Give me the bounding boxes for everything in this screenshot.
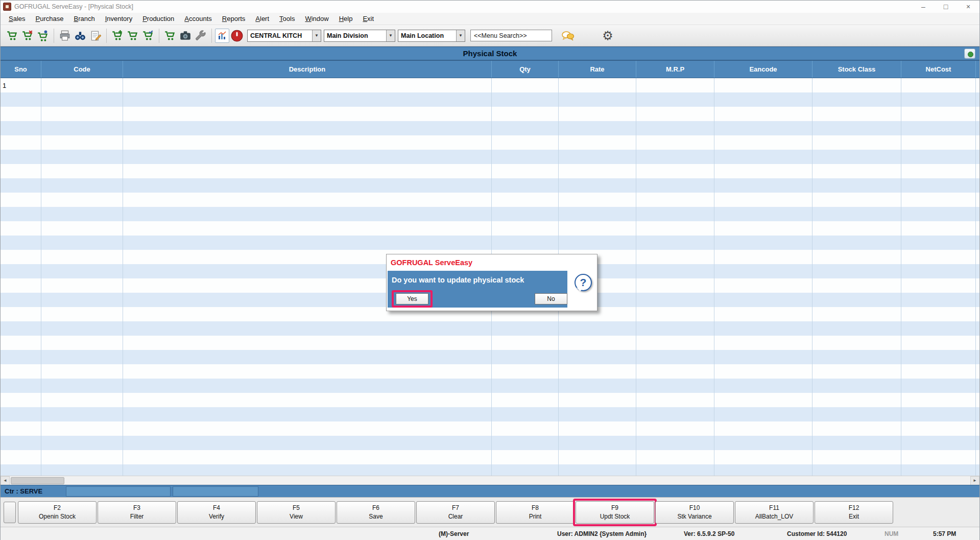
cell-stock-class[interactable] xyxy=(812,421,901,436)
cell-mrp[interactable] xyxy=(636,78,714,92)
cell-eancode[interactable] xyxy=(714,321,812,336)
cell-qty[interactable] xyxy=(492,321,559,336)
menu-production[interactable]: Production xyxy=(137,14,179,24)
cell-description[interactable] xyxy=(123,164,492,178)
fkey-f9-updt-stock[interactable]: F9 Updt Stock xyxy=(576,501,654,524)
cell-eancode[interactable] xyxy=(714,393,812,407)
edit-page-icon[interactable] xyxy=(88,28,103,43)
cell-stock-class[interactable] xyxy=(812,178,901,193)
cell-mrp[interactable] xyxy=(636,436,714,450)
cell-eancode[interactable] xyxy=(714,221,812,236)
cell-mrp[interactable] xyxy=(636,193,714,207)
table-row[interactable] xyxy=(1,350,979,364)
cell-mrp[interactable] xyxy=(636,236,714,250)
cell-eancode[interactable] xyxy=(714,78,812,92)
cell-stock-class[interactable] xyxy=(812,350,901,364)
cart-remove-icon[interactable] xyxy=(20,28,35,43)
cell-description[interactable] xyxy=(123,221,492,236)
cell-sno[interactable] xyxy=(1,107,41,121)
table-row[interactable] xyxy=(1,135,979,150)
cell-netcost[interactable] xyxy=(901,350,976,364)
menu-reports[interactable]: Reports xyxy=(217,14,251,24)
cell-sno[interactable] xyxy=(1,464,41,476)
cell-qty[interactable] xyxy=(492,236,559,250)
cell-stock-class[interactable] xyxy=(812,264,901,278)
menu-search-input[interactable] xyxy=(470,30,552,41)
power-icon[interactable] xyxy=(229,28,245,43)
cell-eancode[interactable] xyxy=(714,164,812,178)
camera-icon[interactable] xyxy=(178,28,193,43)
cell-rate[interactable] xyxy=(559,107,636,121)
cell-qty[interactable] xyxy=(492,207,559,221)
cell-netcost[interactable] xyxy=(901,135,976,150)
cell-eancode[interactable] xyxy=(714,450,812,464)
cell-eancode[interactable] xyxy=(714,293,812,307)
cell-description[interactable] xyxy=(123,321,492,336)
cell-sno[interactable] xyxy=(1,393,41,407)
cell-stock-class[interactable] xyxy=(812,250,901,264)
cell-stock-class[interactable] xyxy=(812,207,901,221)
cell-stock-class[interactable] xyxy=(812,92,901,107)
cell-rate[interactable] xyxy=(559,336,636,350)
cell-eancode[interactable] xyxy=(714,379,812,393)
horizontal-scrollbar[interactable]: ◄ ► xyxy=(1,476,979,485)
cell-sno[interactable] xyxy=(1,293,41,307)
menu-window[interactable]: Window xyxy=(300,14,333,24)
cell-code[interactable] xyxy=(41,436,123,450)
table-row[interactable] xyxy=(1,450,979,464)
cell-rate[interactable] xyxy=(559,92,636,107)
cell-stock-class[interactable] xyxy=(812,193,901,207)
cell-eancode[interactable] xyxy=(714,250,812,264)
cell-code[interactable] xyxy=(41,207,123,221)
cell-rate[interactable] xyxy=(559,407,636,421)
cell-sno[interactable]: 1 xyxy=(1,78,41,92)
table-row[interactable] xyxy=(1,436,979,450)
column-header-stock-class[interactable]: Stock Class xyxy=(812,61,901,78)
cell-netcost[interactable] xyxy=(901,250,976,264)
scroll-right-icon[interactable]: ► xyxy=(970,476,979,485)
cell-description[interactable] xyxy=(123,78,492,92)
table-row[interactable] xyxy=(1,321,979,336)
cell-code[interactable] xyxy=(41,92,123,107)
cell-sno[interactable] xyxy=(1,264,41,278)
cell-netcost[interactable] xyxy=(901,464,976,476)
cell-stock-class[interactable] xyxy=(812,364,901,379)
cell-code[interactable] xyxy=(41,464,123,476)
column-header-mrp[interactable]: M.R.P xyxy=(636,61,714,78)
cell-sno[interactable] xyxy=(1,350,41,364)
cell-code[interactable] xyxy=(41,135,123,150)
scroll-left-icon[interactable]: ◄ xyxy=(1,476,10,485)
cell-rate[interactable] xyxy=(559,221,636,236)
no-button[interactable]: No xyxy=(535,293,567,304)
cell-rate[interactable] xyxy=(559,464,636,476)
cell-description[interactable] xyxy=(123,193,492,207)
close-icon[interactable]: × xyxy=(957,1,979,13)
cell-eancode[interactable] xyxy=(714,350,812,364)
cell-mrp[interactable] xyxy=(636,278,714,293)
cell-mrp[interactable] xyxy=(636,464,714,476)
table-row[interactable] xyxy=(1,193,979,207)
cell-stock-class[interactable] xyxy=(812,393,901,407)
column-header-sno[interactable]: Sno xyxy=(1,61,41,78)
cell-qty[interactable] xyxy=(492,78,559,92)
cell-netcost[interactable] xyxy=(901,379,976,393)
cell-mrp[interactable] xyxy=(636,307,714,321)
cell-sno[interactable] xyxy=(1,450,41,464)
table-row[interactable] xyxy=(1,336,979,350)
cell-netcost[interactable] xyxy=(901,321,976,336)
cell-code[interactable] xyxy=(41,221,123,236)
binoculars-icon[interactable] xyxy=(73,28,88,43)
cell-netcost[interactable] xyxy=(901,293,976,307)
cell-qty[interactable] xyxy=(492,421,559,436)
cell-code[interactable] xyxy=(41,250,123,264)
cell-qty[interactable] xyxy=(492,436,559,450)
cell-qty[interactable] xyxy=(492,364,559,379)
cell-stock-class[interactable] xyxy=(812,379,901,393)
cell-code[interactable] xyxy=(41,307,123,321)
cell-eancode[interactable] xyxy=(714,278,812,293)
cell-sno[interactable] xyxy=(1,121,41,135)
yes-button[interactable]: Yes xyxy=(396,293,428,304)
minimize-icon[interactable]: – xyxy=(912,1,935,13)
cell-sno[interactable] xyxy=(1,321,41,336)
table-row[interactable] xyxy=(1,364,979,379)
